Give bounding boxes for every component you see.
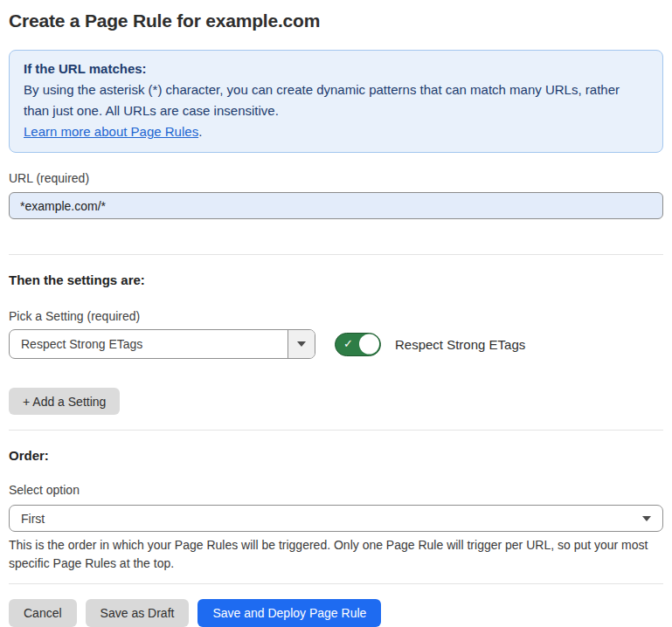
footer-divider <box>9 583 663 584</box>
order-section-heading: Order: <box>9 448 663 463</box>
setting-select[interactable]: Respect Strong ETags <box>9 329 315 359</box>
info-box-link-line: Learn more about Page Rules. <box>24 121 648 142</box>
setting-toggle[interactable]: ✓ <box>335 333 381 356</box>
setting-row: Respect Strong ETags ✓ Respect Strong ET… <box>9 329 663 359</box>
order-select-value: First <box>10 512 642 526</box>
info-box-body: By using the asterisk (*) character, you… <box>24 79 648 121</box>
learn-more-link[interactable]: Learn more about Page Rules <box>24 124 198 139</box>
setting-select-value: Respect Strong ETags <box>10 330 288 358</box>
order-select[interactable]: First <box>9 505 663 532</box>
link-period: . <box>198 124 202 139</box>
url-matches-info-box: If the URL matches: By using the asteris… <box>9 50 663 153</box>
add-setting-button[interactable]: + Add a Setting <box>9 388 120 415</box>
setting-toggle-label: Respect Strong ETags <box>395 337 525 352</box>
cancel-button[interactable]: Cancel <box>9 599 77 627</box>
section-divider-url <box>9 254 663 255</box>
page-title: Create a Page Rule for example.com <box>9 10 663 32</box>
chevron-down-icon <box>642 516 651 521</box>
save-draft-button[interactable]: Save as Draft <box>86 599 190 627</box>
settings-section-heading: Then the settings are: <box>9 272 663 287</box>
create-page-rule-form: Create a Page Rule for example.com If th… <box>0 10 672 627</box>
chevron-down-icon <box>297 341 306 347</box>
info-box-heading: If the URL matches: <box>24 59 648 79</box>
pick-setting-label: Pick a Setting (required) <box>9 309 663 323</box>
order-select-label: Select option <box>9 483 663 497</box>
url-field-label: URL (required) <box>9 171 663 185</box>
order-help-text: This is the order in which your Page Rul… <box>9 536 663 573</box>
section-divider-settings <box>9 430 663 431</box>
check-icon: ✓ <box>343 338 353 349</box>
footer-actions: Cancel Save as Draft Save and Deploy Pag… <box>9 599 663 627</box>
url-input[interactable] <box>9 192 663 219</box>
save-deploy-button[interactable]: Save and Deploy Page Rule <box>197 599 381 627</box>
toggle-knob <box>359 334 379 355</box>
setting-select-arrow-button[interactable] <box>288 330 315 358</box>
